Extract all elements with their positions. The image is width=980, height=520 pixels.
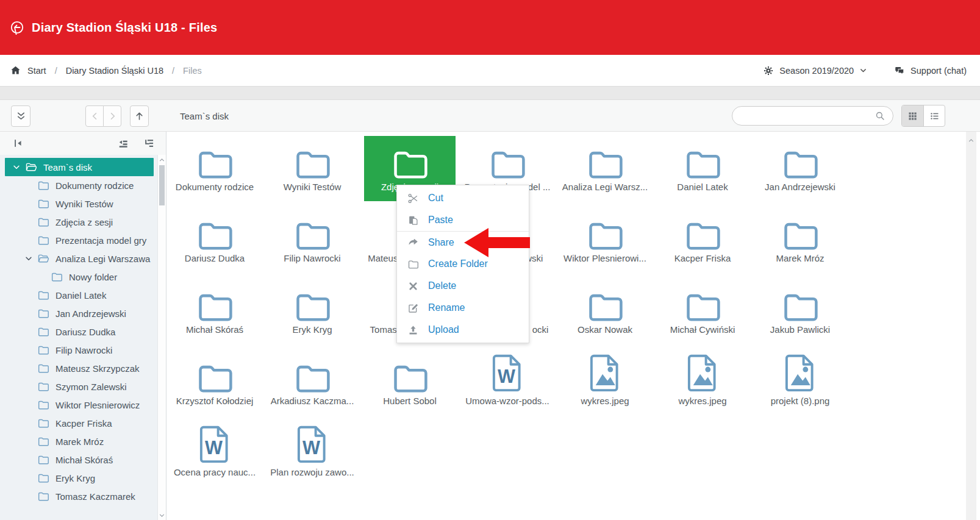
folder-icon <box>37 326 49 338</box>
grid-item-label: Wiktor Plesnierowi... <box>559 253 651 263</box>
tree-item[interactable]: Dariusz Dudka <box>0 322 157 341</box>
tree-item[interactable]: Nowy folder <box>0 268 157 286</box>
tree-item[interactable]: Prezentacja model gry <box>0 231 157 249</box>
grid-item-folder[interactable]: Hubert Sobol <box>364 350 456 415</box>
grid-item-image[interactable]: wykres.jpeg <box>657 350 748 415</box>
grid-item-folder[interactable]: Analiza Legi Warsz... <box>559 136 651 201</box>
expand-panel-button[interactable] <box>11 105 30 127</box>
delete-icon <box>407 280 419 292</box>
page-title: Diary Stadion Śląski U18 - Files <box>32 21 217 35</box>
grid-item-folder[interactable]: Dokumenty rodzice <box>169 136 260 201</box>
tree-item-label: Prezentacja model gry <box>55 235 146 246</box>
grid-item-label: Wyniki Testów <box>266 182 358 192</box>
grid-item-folder[interactable]: Daniel Latek <box>657 136 748 201</box>
files-scrollbar[interactable] <box>966 132 976 520</box>
tree-item[interactable]: Mateusz Skrzypczak <box>0 359 157 377</box>
scroll-up-icon[interactable] <box>967 137 975 144</box>
grid-item-folder[interactable]: Wyniki Testów <box>266 136 358 201</box>
grid-item-folder[interactable]: Jakub Pawlicki <box>754 279 846 344</box>
tree-item[interactable]: Filip Nawrocki <box>0 341 157 359</box>
scroll-down-icon[interactable] <box>158 511 166 519</box>
tree-item-label: Marek Mróz <box>55 436 104 447</box>
back-icon[interactable] <box>10 20 24 35</box>
folder-icon <box>37 472 49 484</box>
chevron-down-icon[interactable] <box>24 254 33 263</box>
sidebar-scrollbar[interactable] <box>157 155 166 520</box>
tree-item[interactable]: Marek Mróz <box>0 432 157 451</box>
search-input[interactable] <box>732 111 874 121</box>
tree-item-label: Wyniki Testów <box>55 199 113 209</box>
context-menu-item-rename[interactable]: Rename <box>397 297 529 319</box>
grid-item-folder[interactable]: Michał Cywiński <box>657 279 748 344</box>
tree-item[interactable]: Michał Skóraś <box>0 451 157 469</box>
grid-item-folder[interactable]: Dariusz Dudka <box>169 207 260 272</box>
tree-item[interactable]: Szymon Zalewski <box>0 377 157 396</box>
tree-item[interactable]: Eryk Kryg <box>0 469 157 487</box>
scroll-up-icon[interactable] <box>158 156 166 164</box>
list-view-button[interactable] <box>923 105 945 126</box>
scrollbar-thumb[interactable] <box>159 165 165 205</box>
grid-item-folder[interactable]: Arkadiusz Kaczma... <box>266 350 358 415</box>
grid-item-image[interactable]: projekt (8).png <box>754 350 846 415</box>
grid-item-folder[interactable]: Wiktor Plesnierowi... <box>559 207 651 272</box>
grid-item-folder[interactable]: Oskar Nowak <box>559 279 651 344</box>
breadcrumb: Start/Diary Stadion Śląski U18/Files <box>10 65 202 76</box>
context-menu-label: Upload <box>428 324 459 335</box>
grid-item-folder[interactable]: Eryk Kryg <box>266 279 358 344</box>
tree-item[interactable]: Team`s disk <box>5 158 154 176</box>
support-chat-button[interactable]: Support (chat) <box>894 65 967 76</box>
list-icon <box>929 111 940 121</box>
tree-item[interactable]: Tomasz Kaczmarek <box>0 487 157 505</box>
grid-item-label: Michał Skóraś <box>169 324 260 335</box>
search-icon[interactable] <box>874 110 885 121</box>
folder-icon <box>37 417 49 429</box>
expand-all-icon[interactable] <box>143 137 155 149</box>
grid-item-folder[interactable]: Krzysztof Kołodziej <box>169 350 260 415</box>
grid-item-folder[interactable]: Kacper Friska <box>657 207 748 272</box>
grid-item-folder[interactable]: Jan Andrzejewski <box>754 136 846 201</box>
context-menu-item-create-folder[interactable]: Create Folder <box>397 253 529 275</box>
folder-icon <box>37 198 49 210</box>
tree-item-label: Tomasz Kaczmarek <box>55 491 135 502</box>
chevron-down-icon[interactable] <box>12 163 21 171</box>
grid-item-word[interactable]: WPlan rozwoju zawo... <box>266 421 358 486</box>
grid-item-folder[interactable]: Filip Nawrocki <box>266 207 358 272</box>
tree-item-label: Nowy folder <box>69 272 117 282</box>
tree-item[interactable]: Zdjęcia z sesji <box>0 213 157 231</box>
tree-item[interactable]: Daniel Latek <box>0 286 157 304</box>
tree-item[interactable]: Kacper Friska <box>0 414 157 432</box>
grid-item-image[interactable]: wykres.jpeg <box>559 350 651 415</box>
breadcrumb-item[interactable]: Diary Stadion Śląski U18 <box>66 66 163 76</box>
image-icon <box>784 354 817 391</box>
forward-button[interactable] <box>103 105 121 127</box>
breadcrumb-item[interactable]: Start <box>27 66 46 76</box>
tree-item[interactable]: Wiktor Plesnierowicz <box>0 396 157 414</box>
grid-item-label: Krzysztof Kołodziej <box>169 396 260 406</box>
tree-item[interactable]: Jan Andrzejewski <box>0 304 157 322</box>
annotation-arrow-icon <box>464 228 488 257</box>
tree-item[interactable]: Dokumenty rodzice <box>0 176 157 194</box>
context-menu-item-delete[interactable]: Delete <box>397 275 529 297</box>
grid-item-word[interactable]: WUmowa-wzor-pods... <box>462 350 553 415</box>
grid-item-folder[interactable]: Marek Mróz <box>754 207 846 272</box>
tree-item-label: Daniel Latek <box>55 290 106 301</box>
context-menu-item-upload[interactable]: Upload <box>397 319 529 341</box>
home-icon[interactable] <box>10 65 21 76</box>
tree-item[interactable]: Analiza Legi Warszawa <box>0 249 157 268</box>
context-menu-item-cut[interactable]: Cut <box>397 187 529 209</box>
breadcrumb-separator: / <box>170 66 177 76</box>
grid-view-button[interactable] <box>902 105 923 126</box>
context-menu-item-paste[interactable]: Paste <box>397 209 529 231</box>
tree-item[interactable]: Wyniki Testów <box>0 194 157 213</box>
up-button[interactable] <box>130 105 149 127</box>
grid-item-folder[interactable]: Michał Skóraś <box>169 279 260 344</box>
current-location-label: Team`s disk <box>180 100 229 132</box>
back-button[interactable] <box>85 105 104 127</box>
file-grid: WPlan rozwoju zawo...WOcena pracy nauc..… <box>166 132 980 520</box>
season-selector[interactable]: Season 2019/2020 <box>763 65 867 76</box>
context-menu-label: Paste <box>428 215 453 226</box>
grid-item-word[interactable]: WOcena pracy nauc... <box>169 421 260 486</box>
grid-item-label: Marek Mróz <box>754 253 846 263</box>
collapse-all-icon[interactable] <box>117 137 129 149</box>
collapse-sidebar-icon[interactable] <box>12 137 24 149</box>
